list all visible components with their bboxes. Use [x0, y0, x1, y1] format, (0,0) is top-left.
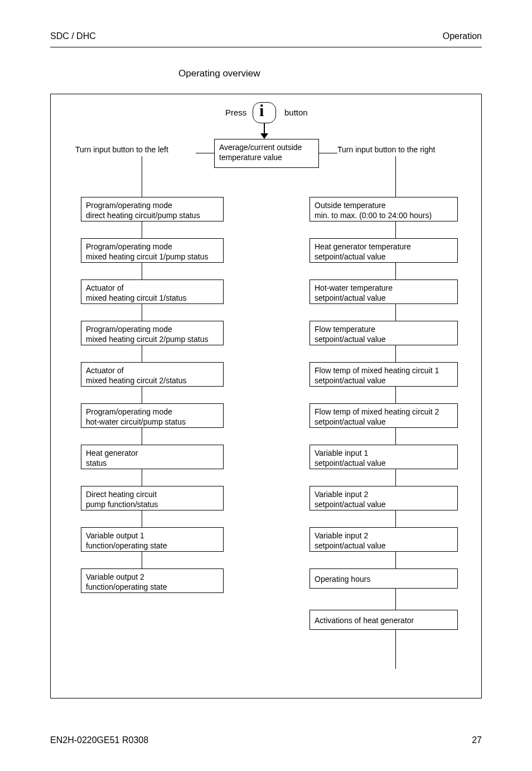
right-box-8: Variable input 2setpoint/actual value: [309, 486, 458, 510]
header-right: Operation: [443, 31, 482, 41]
section-title: Operating overview: [178, 68, 260, 79]
v-connector-left-main: [142, 221, 142, 568]
right-box-7: Variable input 1setpoint/actual value: [309, 445, 458, 469]
page: SDC / DHC Operation Operating overview P…: [0, 0, 532, 771]
button-label: button: [284, 108, 308, 117]
center-box-line2: temperature value: [219, 152, 314, 162]
arrow-down-stem: [264, 123, 265, 134]
left-box-2: Program/operating modemixed heating circ…: [81, 238, 224, 263]
center-box: Average/current outside temperature valu…: [214, 139, 319, 168]
footer-left: EN2H-0220GE51 R0308: [50, 735, 148, 745]
right-box-11: Activations of heat generator: [309, 610, 458, 630]
left-box-4: Program/operating modemixed heating circ…: [81, 321, 224, 345]
left-box-6: Program/operating modehot-water circuit/…: [81, 403, 224, 428]
right-box-6: Flow temp of mixed heating circuit 2setp…: [309, 403, 458, 428]
v-connector-right-top: [395, 156, 396, 197]
right-box-10: Operating hours: [309, 568, 458, 589]
turn-right-label: Turn input button to the right: [337, 143, 466, 156]
left-box-5: Actuator ofmixed heating circuit 2/statu…: [81, 362, 224, 387]
left-box-3: Actuator ofmixed heating circuit 1/statu…: [81, 280, 224, 304]
turn-left-label: Turn input button to the left: [75, 143, 196, 156]
header-rule: [50, 47, 482, 47]
connector-center-left: [196, 153, 214, 153]
footer-right: 27: [472, 735, 482, 745]
press-label: Press: [225, 108, 246, 117]
info-button-outline: [253, 102, 276, 123]
right-box-3: Hot-water temperaturesetpoint/actual val…: [309, 280, 458, 304]
center-box-line1: Average/current outside: [219, 142, 314, 152]
left-box-10: Variable output 2function/operating stat…: [81, 568, 224, 593]
left-box-7: Heat generatorstatus: [81, 445, 224, 469]
left-box-1: Program/operating modedirect heating cir…: [81, 197, 224, 221]
right-box-1: Outside temperaturemin. to max. (0:00 to…: [309, 197, 458, 221]
diagram: Press i button Average/current outside t…: [51, 94, 481, 698]
right-box-9: Variable input 2setpoint/actual value: [309, 527, 458, 552]
header-left: SDC / DHC: [50, 31, 96, 41]
v-connector-left-top: [142, 156, 142, 197]
arrow-down-head-icon: [260, 133, 268, 139]
right-box-5: Flow temp of mixed heating circuit 1setp…: [309, 362, 458, 387]
connector-center-right: [319, 153, 337, 153]
left-box-9: Variable output 1function/operating stat…: [81, 527, 224, 552]
right-box-2: Heat generator temperaturesetpoint/actua…: [309, 238, 458, 263]
info-icon: i: [259, 101, 264, 120]
v-connector-right-ext: [395, 630, 396, 669]
diagram-frame: Press i button Average/current outside t…: [50, 94, 482, 698]
left-box-8: Direct heating circuitpump function/stat…: [81, 486, 224, 510]
right-box-4: Flow temperaturesetpoint/actual value: [309, 321, 458, 345]
